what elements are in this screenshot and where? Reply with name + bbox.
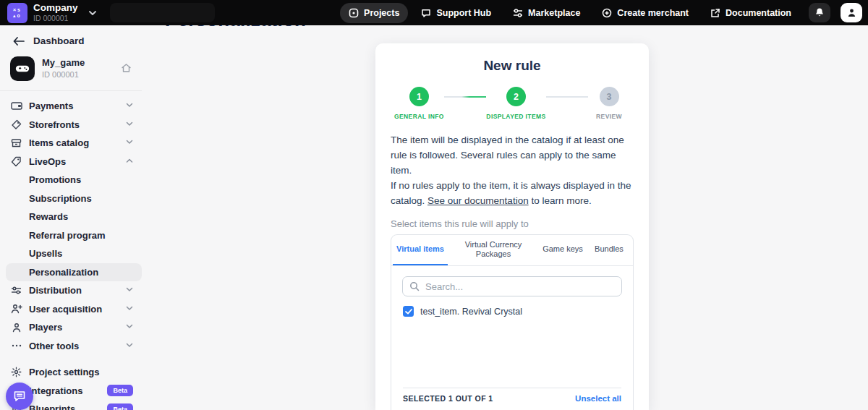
- panel-spacer: [391, 317, 633, 388]
- chat-bubble-icon: [421, 8, 431, 18]
- chevron-down-icon: [126, 287, 133, 292]
- step-connector: [444, 96, 486, 98]
- sidebar-item-referral-program[interactable]: Referral program: [0, 226, 142, 245]
- sliders-icon: [10, 286, 22, 295]
- chat-bubble-icon: [13, 390, 26, 402]
- sidebar-divider: [0, 90, 142, 91]
- sidebar: Dashboard My_game ID 000001 Payments: [0, 25, 142, 410]
- selected-count: SELECTED 1 OUT OF 1: [403, 394, 493, 403]
- sidebar-item-project-settings[interactable]: Project settings: [0, 363, 142, 382]
- sidebar-item-payments[interactable]: Payments: [0, 97, 142, 116]
- topbar-nav: Projects Support Hub Marketplace Create …: [340, 3, 862, 23]
- tab-virtual-currency-packages[interactable]: Virtual Currency Packages: [448, 235, 539, 266]
- beta-badge: Beta: [107, 403, 133, 410]
- select-items-label: Select items this rule will apply to: [391, 218, 634, 229]
- tab-bundles[interactable]: Bundles: [587, 235, 631, 266]
- dashboard-label: Dashboard: [33, 35, 85, 46]
- sidebar-item-storefronts[interactable]: Storefronts: [0, 116, 142, 134]
- step-review[interactable]: 3 REVIEW: [588, 87, 630, 120]
- documentation-label: Documentation: [726, 8, 791, 18]
- rule-description: The item will be displayed in the catalo…: [391, 133, 634, 209]
- tab-game-keys[interactable]: Game keys: [539, 235, 587, 266]
- person-icon: [10, 323, 22, 333]
- selection-footer: SELECTED 1 OUT OF 1 Unselect all: [403, 388, 621, 410]
- step-general-info[interactable]: 1 GENERAL INFO: [394, 87, 444, 120]
- project-id: ID 000001: [42, 70, 85, 80]
- item-type-tabs: Virtual items Virtual Currency Packages …: [391, 235, 633, 267]
- xsolla-logo-icon[interactable]: ×s▴o: [7, 3, 27, 23]
- sidebar-item-user-acquisition[interactable]: User acquisition: [0, 300, 142, 319]
- support-hub-button[interactable]: Support Hub: [412, 3, 500, 23]
- items-panel: Virtual items Virtual Currency Packages …: [391, 234, 634, 410]
- chevron-down-icon[interactable]: [88, 10, 97, 16]
- sliders-icon: [513, 8, 523, 18]
- sidebar-item-upsells[interactable]: Upsells: [0, 244, 142, 263]
- gamepad-icon: [10, 56, 35, 81]
- step-displayed-items[interactable]: 2 DISPLAYED ITEMS: [486, 87, 545, 120]
- user-icon: [847, 8, 856, 18]
- chat-widget-button[interactable]: [6, 383, 33, 410]
- chevron-down-icon: [126, 306, 133, 311]
- logo-glyph: ×s▴o: [13, 7, 22, 18]
- search-wrap: [391, 266, 633, 296]
- sidebar-item-subscriptions[interactable]: Subscriptions: [0, 189, 142, 208]
- sidebar-item-players[interactable]: Players: [0, 318, 142, 337]
- plus-circle-icon: [602, 8, 612, 18]
- menu-gap: [0, 355, 142, 363]
- storefront-icon: [10, 119, 22, 130]
- beta-badge: Beta: [107, 385, 133, 396]
- topbar-loading-placeholder: [110, 3, 215, 22]
- back-to-dashboard[interactable]: Dashboard: [0, 25, 142, 46]
- documentation-button[interactable]: Documentation: [702, 3, 800, 23]
- sidebar-item-distribution[interactable]: Distribution: [0, 281, 142, 300]
- user-plus-icon: [10, 304, 22, 314]
- project-name: My_game: [42, 58, 85, 69]
- account-button[interactable]: [841, 3, 862, 22]
- company-switcher[interactable]: Company ID 000001: [33, 3, 78, 22]
- tab-virtual-items[interactable]: Virtual items: [393, 235, 448, 266]
- item-checkbox-checked[interactable]: [403, 306, 414, 317]
- company-name: Company: [33, 3, 78, 14]
- chevron-down-icon: [126, 121, 133, 127]
- create-merchant-label: Create merchant: [617, 8, 689, 18]
- gear-icon: [10, 367, 22, 377]
- unselect-all-link[interactable]: Unselect all: [575, 394, 621, 403]
- chevron-up-icon: [126, 158, 133, 163]
- sidebar-menu: Payments Storefronts Items catalog: [0, 95, 142, 410]
- company-id: ID 000001: [33, 14, 78, 23]
- marketplace-button[interactable]: Marketplace: [504, 3, 589, 23]
- arrow-left-icon: [13, 37, 25, 46]
- sidebar-item-promotions[interactable]: Promotions: [0, 171, 142, 189]
- projects-button[interactable]: Projects: [340, 3, 408, 23]
- new-rule-modal: New rule 1 GENERAL INFO 2 DISPLAYED ITEM…: [375, 43, 649, 410]
- tag-icon: [10, 156, 22, 167]
- item-label: test_item. Revival Crystal: [420, 307, 522, 317]
- bell-icon: [814, 7, 825, 18]
- wallet-icon: [10, 101, 22, 111]
- external-link-icon: [710, 8, 720, 18]
- projects-icon: [349, 8, 359, 18]
- list-item: test_item. Revival Crystal: [391, 296, 633, 317]
- project-card[interactable]: My_game ID 000001: [10, 56, 142, 81]
- sidebar-item-items-catalog[interactable]: Items catalog: [0, 134, 142, 153]
- sidebar-item-rewards[interactable]: Rewards: [0, 208, 142, 226]
- notifications-button[interactable]: [809, 3, 830, 22]
- sidebar-item-liveops[interactable]: LiveOps: [0, 153, 142, 171]
- sidebar-item-personalization[interactable]: Personalization: [6, 263, 142, 282]
- stepper: 1 GENERAL INFO 2 DISPLAYED ITEMS 3 REVIE…: [394, 87, 630, 120]
- topbar: ×s▴o Company ID 000001 Projects Support …: [0, 0, 868, 25]
- create-merchant-button[interactable]: Create merchant: [593, 3, 697, 23]
- modal-title: New rule: [375, 58, 649, 74]
- archive-box-icon: [10, 138, 22, 148]
- chevron-down-icon: [126, 343, 133, 348]
- marketplace-label: Marketplace: [528, 8, 580, 18]
- sidebar-item-other-tools[interactable]: Other tools: [0, 337, 142, 356]
- chevron-down-icon: [126, 140, 133, 145]
- ellipsis-icon: [10, 344, 22, 347]
- step-connector: [546, 96, 588, 98]
- chevron-down-icon: [126, 103, 133, 108]
- search-input[interactable]: [402, 276, 622, 296]
- support-hub-label: Support Hub: [436, 8, 491, 18]
- documentation-link[interactable]: See our documentation: [427, 195, 529, 206]
- home-icon[interactable]: [121, 63, 132, 73]
